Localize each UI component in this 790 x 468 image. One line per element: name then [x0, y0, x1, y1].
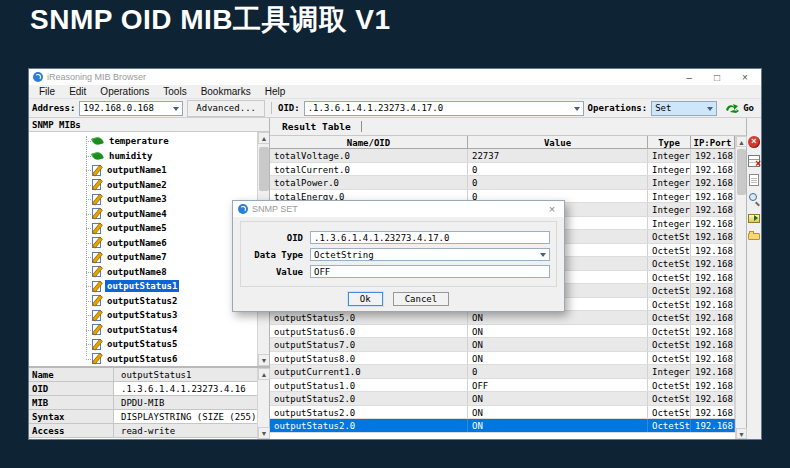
go-button[interactable]: Go: [721, 103, 758, 114]
cell-type: OctetString: [648, 406, 691, 419]
cell-name: outputStatus2.0: [270, 406, 468, 419]
cell-ipport: 192.168.0...: [691, 338, 735, 351]
tree-item-label: outputName7: [105, 251, 169, 263]
page-title: SNMP OID MIB工具调取 V1: [30, 1, 391, 39]
oid-combobox[interactable]: .1.3.6.1.4.1.23273.4.17.0: [304, 101, 584, 116]
stop-icon[interactable]: [748, 136, 760, 148]
chevron-down-icon[interactable]: [173, 107, 179, 111]
close-button[interactable]: ×: [733, 70, 757, 85]
table-row[interactable]: outputStatus2.0 ON OctetString 192.168.0…: [270, 419, 735, 433]
tree-item-label: temperature: [107, 135, 171, 147]
menu-item[interactable]: Help: [258, 86, 293, 97]
info-row-value: DPDU-MIB: [114, 396, 257, 409]
info-scrollbar[interactable]: ▲ ▼: [257, 368, 269, 439]
menu-item[interactable]: Tools: [156, 86, 193, 97]
cell-type: Integer: [648, 365, 691, 378]
pencil-icon: [92, 165, 101, 176]
cell-ipport: 192.168.0...: [691, 379, 735, 392]
info-row: Syntax DISPLAYSTRING (SIZE (255)): [29, 410, 257, 424]
tree-item-label: outputName4: [105, 208, 169, 220]
column-header-type[interactable]: Type: [648, 136, 691, 148]
cell-value: 22737: [468, 149, 648, 162]
open-folder-icon[interactable]: [748, 233, 760, 240]
tree-item[interactable]: outputName1: [29, 163, 257, 178]
table-row[interactable]: outputCurrent1.0 0 Integer 192.168.0...: [270, 365, 735, 379]
menu-item[interactable]: Edit: [62, 86, 93, 97]
cell-name: totalVoltage.0: [270, 149, 468, 162]
cell-type: Integer: [648, 203, 691, 216]
export-image-icon[interactable]: [748, 214, 760, 223]
column-header-ipport[interactable]: IP:Port: [691, 136, 735, 148]
table-row[interactable]: outputStatus6.0 ON OctetString 192.168.0…: [270, 325, 735, 339]
column-header-name[interactable]: Name/OID: [270, 136, 468, 148]
dialog-close-icon[interactable]: ×: [545, 202, 559, 216]
tree-item[interactable]: humidity: [29, 149, 257, 164]
search-icon[interactable]: [748, 193, 760, 205]
minimize-button[interactable]: –: [677, 70, 701, 85]
tree-item[interactable]: outputName2: [29, 178, 257, 193]
pencil-icon: [92, 208, 101, 219]
new-document-icon[interactable]: [749, 174, 759, 186]
chevron-down-icon[interactable]: [574, 107, 580, 111]
table-row[interactable]: outputStatus2.0 ON OctetString 192.168.0…: [270, 392, 735, 406]
page: SNMP OID MIB工具调取 V1 iReasoning MIB Brows…: [0, 0, 790, 468]
dialog-buttons: Ok Cancel: [233, 287, 564, 311]
tab-separator: [361, 121, 362, 132]
tree-item[interactable]: outputName3: [29, 192, 257, 207]
cancel-button[interactable]: Cancel: [393, 292, 450, 306]
info-row-label: MIB: [29, 396, 114, 409]
tree-item[interactable]: outputName6: [29, 236, 257, 251]
table-row[interactable]: outputStatus1.0 OFF OctetString 192.168.…: [270, 379, 735, 393]
chevron-down-icon[interactable]: [540, 253, 546, 257]
scroll-up-icon[interactable]: ▲: [258, 368, 270, 380]
table-row[interactable]: totalVoltage.0 22737 Integer 192.168.0..…: [270, 149, 735, 163]
dialog-body: OID .1.3.6.1.4.1.23273.4.17.0 Data Type …: [240, 221, 557, 287]
address-combobox[interactable]: 192.168.0.168: [79, 101, 183, 116]
table-row[interactable]: outputStatus7.0 ON OctetString 192.168.0…: [270, 338, 735, 352]
dialog-oid-input[interactable]: .1.3.6.1.4.1.23273.4.17.0: [310, 231, 550, 244]
scrollbar-thumb[interactable]: [737, 149, 746, 195]
menu-item[interactable]: File: [32, 86, 62, 97]
operations-combobox[interactable]: Set: [651, 101, 717, 116]
tree-item[interactable]: outputStatus4: [29, 323, 257, 338]
table-row[interactable]: totalPower.0 0 Integer 192.168.0...: [270, 176, 735, 190]
table-row[interactable]: outputStatus5.0 ON OctetString 192.168.0…: [270, 311, 735, 325]
table-row[interactable]: totalCurrent.0 0 Integer 192.168.0...: [270, 163, 735, 177]
table-row[interactable]: outputStatus8.0 ON OctetString 192.168.0…: [270, 352, 735, 366]
column-header-value[interactable]: Value: [468, 136, 648, 148]
scroll-down-icon[interactable]: ▼: [258, 354, 269, 366]
tree-item[interactable]: outputName7: [29, 250, 257, 265]
tree-item[interactable]: outputStatus1: [29, 279, 257, 294]
tree-item[interactable]: outputStatus5: [29, 337, 257, 352]
menu-item[interactable]: Bookmarks: [194, 86, 258, 97]
dialog-value-input[interactable]: OFF: [310, 265, 550, 278]
scrollbar-thumb[interactable]: [259, 147, 269, 191]
tree-item[interactable]: outputStatus2: [29, 294, 257, 309]
tree-item-label: outputStatus3: [105, 309, 179, 321]
clear-table-icon[interactable]: [748, 155, 760, 167]
mib-panel-header: SNMP MIBs: [29, 118, 269, 132]
scroll-down-icon[interactable]: ▼: [258, 427, 270, 439]
ok-button[interactable]: Ok: [348, 292, 383, 306]
info-row-value: DISPLAYSTRING (SIZE (255)): [114, 410, 257, 423]
tree-item[interactable]: outputName8: [29, 265, 257, 280]
table-row[interactable]: outputStatus2.0 ON OctetString 192.168.0…: [270, 406, 735, 420]
table-scrollbar[interactable]: ▲ ▼: [735, 136, 746, 439]
tree-item[interactable]: outputName5: [29, 221, 257, 236]
dialog-titlebar: SNMP SET ×: [233, 201, 564, 217]
tree-item[interactable]: outputName4: [29, 207, 257, 222]
chevron-down-icon[interactable]: [707, 107, 713, 111]
scroll-up-icon[interactable]: ▲: [258, 132, 269, 144]
scroll-down-icon[interactable]: ▼: [736, 428, 747, 439]
dialog-datatype-select[interactable]: OctetString: [310, 248, 550, 261]
tab-result-table[interactable]: Result Table: [282, 121, 351, 132]
tree-item[interactable]: outputStatus3: [29, 308, 257, 323]
tree-item[interactable]: outputStatus6: [29, 352, 257, 367]
scroll-up-icon[interactable]: ▲: [736, 136, 747, 147]
maximize-button[interactable]: □: [705, 70, 729, 85]
advanced-button[interactable]: Advanced...: [187, 100, 265, 117]
tree-item[interactable]: temperature: [29, 134, 257, 149]
cell-type: OctetString: [648, 298, 691, 311]
menu-item[interactable]: Operations: [93, 86, 156, 97]
cell-value: 0: [468, 176, 648, 189]
